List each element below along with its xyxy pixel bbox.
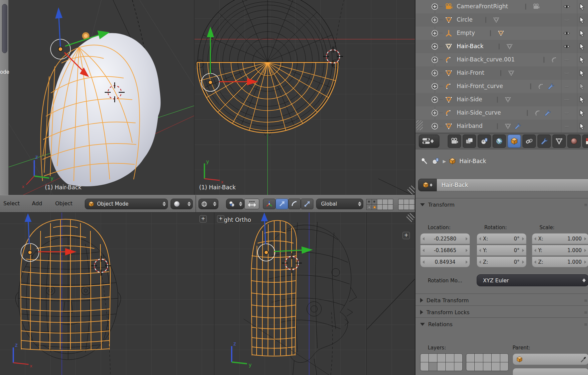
- tab-render-layers[interactable]: [463, 135, 476, 148]
- selectability-cursor-icon[interactable]: [578, 3, 586, 10]
- layer-cell[interactable]: [372, 199, 377, 205]
- outliner-row-hair-side[interactable]: Hair-Side: [415, 93, 588, 106]
- visibility-eye-icon[interactable]: [563, 123, 570, 130]
- tab-world[interactable]: [493, 135, 506, 148]
- layer-cell[interactable]: [466, 353, 475, 362]
- expand-icon[interactable]: [431, 56, 438, 63]
- scale-x-field[interactable]: X:1.000: [532, 233, 588, 244]
- parent-field[interactable]: [513, 353, 588, 365]
- expand-icon[interactable]: [431, 16, 438, 24]
- snap-element-button[interactable]: [244, 199, 259, 209]
- tab-material[interactable]: [567, 135, 581, 148]
- panel-expand-icon[interactable]: [420, 203, 425, 206]
- selectability-cursor-icon-disabled[interactable]: [578, 83, 586, 90]
- layer-cell[interactable]: [474, 353, 483, 362]
- panel-header-relations[interactable]: Relations ≡: [415, 318, 588, 330]
- editor-type-selector[interactable]: [419, 135, 439, 148]
- outliner-row-circle[interactable]: Circle: [415, 13, 588, 27]
- visibility-eye-icon[interactable]: [563, 56, 570, 63]
- viewport-shading-dropdown[interactable]: [171, 199, 193, 209]
- expand-icon[interactable]: [431, 30, 438, 37]
- rotation-mode-dropdown[interactable]: XYZ Euler: [477, 274, 588, 286]
- orientation-dropdown[interactable]: Global: [316, 199, 363, 209]
- resize-corner-hatch[interactable]: [407, 213, 414, 222]
- expand-icon[interactable]: [431, 3, 438, 10]
- selectability-cursor-icon[interactable]: [578, 16, 586, 24]
- expand-icon[interactable]: [431, 123, 438, 130]
- expand-icon[interactable]: [431, 109, 438, 117]
- panel-expand-icon[interactable]: [420, 310, 423, 315]
- layer-cell[interactable]: [466, 362, 475, 371]
- location-x-field[interactable]: -0.22580: [420, 233, 470, 244]
- viewport-empty-strip[interactable]: +: [367, 213, 415, 375]
- layer-cell[interactable]: [420, 362, 429, 371]
- layer-cell[interactable]: [491, 362, 500, 371]
- eyedropper-icon[interactable]: [580, 356, 586, 363]
- layer-cell[interactable]: [382, 204, 388, 210]
- tab-scene[interactable]: [478, 135, 491, 148]
- outliner-row-hair-side-curve[interactable]: Hair-Side_curve: [415, 106, 588, 120]
- object-layers-grid-2[interactable]: [466, 353, 509, 371]
- translate-manipulator-button[interactable]: [276, 199, 288, 209]
- layer-cell-active[interactable]: [428, 362, 437, 371]
- panel-expand-icon[interactable]: [420, 298, 423, 303]
- visibility-eye-icon[interactable]: [563, 83, 570, 90]
- translate-manipulator[interactable]: [201, 27, 258, 91]
- layer-cell[interactable]: [500, 353, 509, 362]
- panel-expand-icon[interactable]: [420, 323, 425, 326]
- snap-dropdown[interactable]: [226, 199, 244, 209]
- layer-cell[interactable]: [366, 204, 372, 210]
- translate-manipulator[interactable]: [258, 213, 313, 261]
- outliner-row-hair-back[interactable]: Hair-Back: [415, 40, 588, 53]
- layer-cell[interactable]: [404, 204, 409, 210]
- outliner-row-camerafrontright[interactable]: CameraFrontRight: [415, 0, 588, 13]
- visibility-eye-icon[interactable]: [563, 16, 570, 24]
- pivot-point-dropdown[interactable]: [198, 199, 218, 209]
- layer-cell[interactable]: [366, 199, 372, 205]
- expand-region-button[interactable]: +: [403, 232, 410, 239]
- expand-icon[interactable]: [431, 43, 438, 50]
- object-layers-grid-1[interactable]: [420, 353, 463, 371]
- panel-header-transform-locks[interactable]: Transform Locks ≡: [415, 306, 588, 318]
- selectability-cursor-icon[interactable]: [578, 30, 586, 37]
- expand-icon[interactable]: [431, 69, 438, 77]
- layer-cell[interactable]: [454, 362, 463, 371]
- manipulator-toggle-button[interactable]: [263, 199, 276, 209]
- tab-texture[interactable]: [582, 135, 588, 148]
- scale-z-field[interactable]: Z:1.000: [532, 256, 588, 267]
- tab-render[interactable]: [448, 135, 461, 148]
- rotate-manipulator-button[interactable]: [288, 199, 301, 209]
- outliner-row-hairband[interactable]: Hairband: [415, 120, 588, 133]
- layer-cell[interactable]: [372, 204, 377, 210]
- visibility-eye-icon[interactable]: [563, 30, 570, 37]
- viewport-user-persp[interactable]: z y x (1) Hair-Back ode: [0, 0, 194, 195]
- viewport-top-ortho[interactable]: y x (1) Hair-Back: [194, 0, 415, 195]
- tab-modifiers[interactable]: [537, 135, 551, 148]
- rotation-y-field[interactable]: Y:0°: [477, 245, 527, 256]
- viewport-front-ortho[interactable]: z x +: [0, 213, 214, 375]
- visibility-eye-icon[interactable]: [563, 96, 570, 103]
- outliner-row-hair-front-curve[interactable]: Hair-Front_curve: [415, 80, 588, 93]
- pin-icon[interactable]: [420, 157, 428, 165]
- object-name-field[interactable]: Hair-Back: [418, 179, 588, 191]
- tab-object-data[interactable]: [552, 135, 566, 148]
- scale-y-field[interactable]: Y:1.000: [532, 245, 588, 256]
- tab-object[interactable]: [508, 135, 521, 148]
- panel-header-transform[interactable]: Transform ≡: [415, 199, 588, 210]
- layer-cell[interactable]: [377, 199, 383, 205]
- selectability-cursor-icon[interactable]: [578, 96, 586, 103]
- tool-shelf-scrollbar[interactable]: [2, 4, 7, 53]
- expand-icon[interactable]: [431, 83, 438, 90]
- resize-corner-hatch[interactable]: [408, 186, 415, 194]
- visibility-eye-icon[interactable]: [563, 69, 570, 77]
- layer-cell[interactable]: [483, 362, 492, 371]
- layer-cell[interactable]: [382, 199, 388, 205]
- layer-cell[interactable]: [445, 353, 454, 362]
- menu-object[interactable]: Object: [55, 200, 72, 207]
- expand-icon[interactable]: [431, 96, 438, 103]
- parent-type-field[interactable]: [513, 368, 588, 375]
- menu-add[interactable]: Add: [32, 200, 42, 207]
- location-y-field[interactable]: -0.16865: [420, 245, 470, 256]
- outliner-row-empty[interactable]: Empty: [415, 27, 588, 40]
- rotation-z-field[interactable]: Z:0°: [477, 256, 527, 267]
